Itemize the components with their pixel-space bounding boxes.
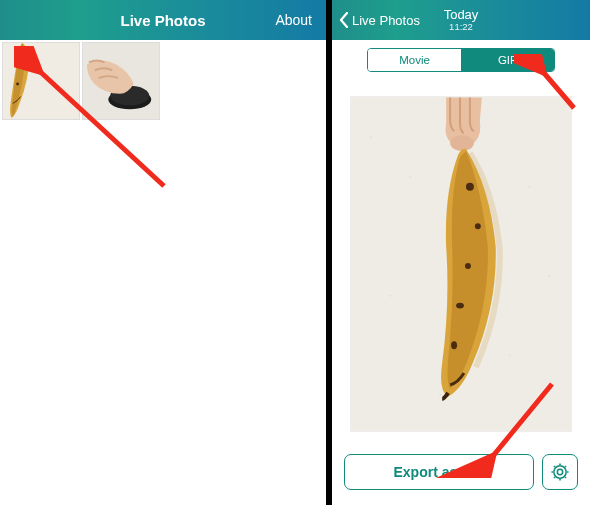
app-title: Live Photos xyxy=(120,12,205,29)
svg-point-20 xyxy=(456,302,464,308)
back-button[interactable]: Live Photos xyxy=(338,12,420,28)
export-button[interactable]: Export as GIF xyxy=(344,454,534,490)
segment-gif[interactable]: GIF xyxy=(461,49,554,71)
segment-movie[interactable]: Movie xyxy=(368,49,461,71)
svg-point-12 xyxy=(390,294,392,296)
preview-area xyxy=(332,78,590,449)
library-header: Live Photos About xyxy=(0,0,326,40)
svg-point-13 xyxy=(509,354,511,356)
settings-button[interactable] xyxy=(542,454,578,490)
action-bar: Export as GIF xyxy=(332,449,590,505)
svg-point-2 xyxy=(16,82,19,85)
svg-point-17 xyxy=(466,182,474,190)
thumbnail-banana[interactable] xyxy=(2,42,80,120)
gear-icon xyxy=(550,462,570,482)
preview-image xyxy=(350,96,572,432)
detail-pane: Live Photos Today 11:22 Movie GIF xyxy=(332,0,590,505)
svg-point-9 xyxy=(409,175,411,177)
svg-point-15 xyxy=(548,274,550,276)
format-segmented: Movie GIF xyxy=(367,48,555,72)
svg-point-14 xyxy=(439,393,441,395)
header-title-block: Today 11:22 xyxy=(444,8,479,32)
svg-point-18 xyxy=(475,223,481,229)
back-label: Live Photos xyxy=(352,13,420,28)
header-title: Today xyxy=(444,8,479,21)
svg-point-8 xyxy=(370,136,372,138)
thumbnail-image xyxy=(83,43,159,119)
detail-header: Live Photos Today 11:22 xyxy=(332,0,590,40)
thumbnail-grid xyxy=(0,40,326,120)
library-pane: Live Photos About xyxy=(0,0,326,505)
svg-point-21 xyxy=(451,341,457,349)
chevron-left-icon xyxy=(338,12,350,28)
svg-point-11 xyxy=(528,185,530,187)
thumbnail-image xyxy=(3,43,79,119)
header-time: 11:22 xyxy=(449,22,473,32)
svg-point-16 xyxy=(450,135,474,151)
svg-point-22 xyxy=(557,469,562,474)
segmented-row: Movie GIF xyxy=(332,40,590,78)
thumbnail-hand-remote[interactable] xyxy=(82,42,160,120)
about-link[interactable]: About xyxy=(275,12,312,28)
svg-point-19 xyxy=(465,263,471,269)
svg-point-1 xyxy=(20,61,24,65)
svg-point-23 xyxy=(554,466,566,478)
